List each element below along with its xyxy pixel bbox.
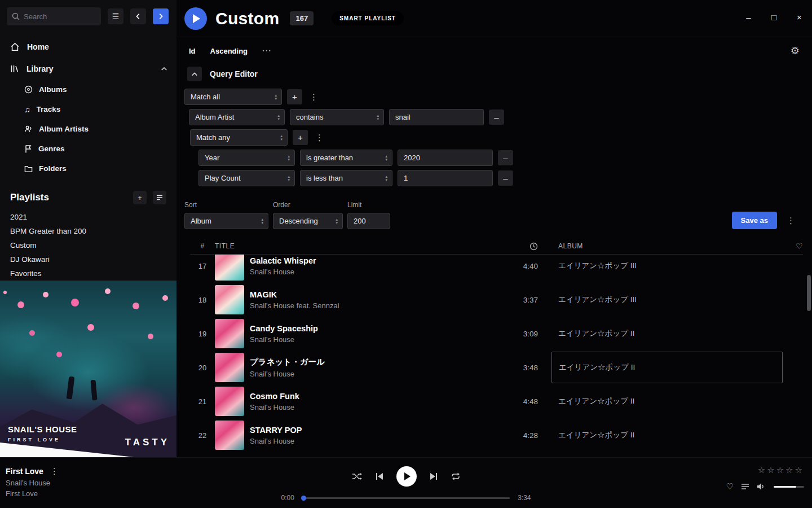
track-menu-button[interactable]: ⋮ (48, 466, 61, 476)
next-track-button[interactable] (430, 472, 438, 480)
rule-value-input[interactable] (398, 170, 493, 186)
group-match-mode-select[interactable]: Match any ▴▾ (190, 129, 288, 146)
rule-operator-select[interactable]: contains ▴▾ (290, 109, 384, 125)
table-row[interactable]: 21 Cosmo Funk Snail's House 4:48 エイリアン☆ポ… (190, 384, 803, 418)
album-art-thumbnail (215, 285, 244, 314)
sort-order-button[interactable]: Ascending (210, 47, 248, 55)
maximize-button[interactable]: □ (761, 0, 787, 34)
remove-rule-button[interactable]: – (489, 110, 504, 125)
column-number[interactable]: # (190, 242, 215, 250)
remove-rule-button[interactable]: – (498, 150, 513, 165)
more-options-button[interactable]: ··· (262, 46, 272, 55)
rule-field-select[interactable]: Album Artist ▴▾ (189, 109, 285, 125)
sidebar-item-folders[interactable]: Folders (0, 159, 176, 178)
repeat-button[interactable] (451, 472, 461, 480)
favorite-button[interactable]: ♡ (726, 481, 734, 492)
save-as-button[interactable]: Save as (732, 212, 777, 229)
sidebar-item-album-artists[interactable]: Album Artists (0, 119, 176, 139)
rule-operator-select[interactable]: is greater than ▴▾ (300, 150, 392, 166)
sort-field-button[interactable]: Id (189, 47, 196, 55)
star-icon[interactable]: ☆ (795, 465, 804, 475)
star-icon[interactable]: ☆ (758, 465, 767, 475)
track-duration: 4:48 (496, 397, 538, 406)
sidebar-item-label: Album Artists (39, 125, 89, 133)
chevron-up-icon[interactable] (161, 66, 167, 72)
sidebar-item-library[interactable]: Library (0, 58, 176, 80)
close-button[interactable]: × (787, 0, 812, 34)
sidebar-item-tracks[interactable]: ♫ Tracks (0, 99, 176, 119)
table-row[interactable]: 18 MAGIK Snail's House feat. Sennzai 3:3… (190, 283, 803, 317)
minimize-button[interactable]: – (736, 0, 761, 34)
column-album[interactable]: ALBUM (551, 242, 783, 250)
track-artist: Snail's House feat. Sennzai (250, 301, 490, 310)
add-playlist-button[interactable]: + (133, 191, 147, 204)
rule-value-input[interactable] (398, 150, 493, 166)
collapse-query-editor-button[interactable] (187, 67, 202, 81)
group-menu-button[interactable]: ⋮ (313, 133, 326, 143)
library-children: Albums ♫ Tracks Album Artists Genres (0, 80, 176, 178)
sidebar-item-albums[interactable]: Albums (0, 80, 176, 99)
nav-back-button[interactable] (130, 8, 146, 24)
rule-value-input[interactable] (389, 109, 484, 125)
track-title: Cosmo Funk (250, 392, 490, 401)
remove-rule-button[interactable]: – (498, 170, 513, 186)
order-select[interactable]: Descending ▴▾ (273, 213, 343, 229)
sort-select[interactable]: Album ▴▾ (184, 213, 268, 229)
track-album[interactable]: エイリアン☆ポップ II (551, 430, 783, 440)
menu-button[interactable]: ☰ (108, 8, 123, 24)
volume-slider[interactable] (774, 486, 804, 488)
play-playlist-button[interactable] (184, 7, 207, 30)
table-row[interactable]: 22 STARRY POP Snail's House 4:28 エイリアン☆ポ… (190, 418, 803, 452)
rule-operator-select[interactable]: is less than ▴▾ (300, 170, 392, 186)
rule-field-select[interactable]: Play Count ▴▾ (198, 170, 295, 186)
playlist-item[interactable]: 2021 (10, 210, 166, 224)
track-album[interactable]: エイリアン☆ポップ II (551, 329, 783, 339)
save-menu-button[interactable]: ⋮ (784, 216, 797, 226)
shuffle-button[interactable] (352, 472, 363, 480)
player-extras: ☆☆☆☆☆ ♡ (726, 465, 804, 492)
table-row[interactable]: 20 プラネット・ガール Snail's House 3:48 エイリアン☆ポッ… (190, 351, 803, 384)
chevron-right-icon (157, 13, 164, 20)
star-icon[interactable]: ☆ (767, 465, 776, 475)
match-mode-select[interactable]: Match all ▴▾ (184, 89, 282, 105)
queue-button[interactable] (741, 483, 749, 490)
playlist-item[interactable]: DJ Okawari (10, 252, 166, 266)
select-arrows-icon: ▴▾ (385, 175, 387, 182)
limit-input[interactable] (347, 213, 390, 229)
favorite-column-icon[interactable]: ♡ (796, 242, 803, 251)
playlist-item[interactable]: Custom (10, 238, 166, 252)
playlist-item[interactable]: Favorites (10, 266, 166, 281)
play-pause-button[interactable] (396, 466, 417, 487)
table-row[interactable]: 17 Galactic Whisper Snail's House 4:40 エ… (190, 255, 803, 283)
playlist-list-button[interactable] (153, 191, 166, 204)
rule-field-select[interactable]: Year ▴▾ (198, 150, 295, 166)
settings-button[interactable]: ⚙ (791, 45, 800, 57)
seek-handle[interactable] (301, 496, 306, 501)
add-rule-button[interactable]: + (293, 130, 308, 145)
select-arrows-icon: ▴▾ (275, 94, 277, 100)
star-icon[interactable]: ☆ (785, 465, 795, 475)
add-rule-button[interactable]: + (287, 89, 302, 104)
search-input[interactable] (24, 12, 96, 21)
track-album[interactable]: エイリアン☆ポップ III (551, 295, 783, 305)
sidebar-item-home[interactable]: Home (0, 36, 176, 58)
volume-icon[interactable] (757, 483, 766, 491)
search-box[interactable] (7, 7, 101, 25)
play-icon (193, 14, 200, 23)
nav-forward-button[interactable] (153, 8, 169, 24)
track-album-focused[interactable]: エイリアン☆ポップ II (551, 352, 783, 383)
rating-stars[interactable]: ☆☆☆☆☆ (758, 465, 804, 475)
group-menu-button[interactable]: ⋮ (307, 92, 320, 102)
seek-bar[interactable] (302, 497, 510, 499)
track-album[interactable]: エイリアン☆ポップ III (551, 261, 783, 271)
now-playing-artwork[interactable]: SNAIL'S HOUSE FIRST LOVE TASTY (0, 281, 176, 457)
sidebar-item-genres[interactable]: Genres (0, 139, 176, 159)
track-album[interactable]: エイリアン☆ポップ II (551, 396, 783, 406)
playlist-item[interactable]: BPM Greater than 200 (10, 224, 166, 238)
duration-column-icon[interactable] (529, 242, 538, 251)
table-row[interactable]: 19 Candy Spaceship Snail's House 3:09 エイ… (190, 317, 803, 351)
scrollbar-thumb[interactable] (807, 275, 811, 311)
previous-track-button[interactable] (376, 472, 383, 480)
star-icon[interactable]: ☆ (776, 465, 785, 475)
column-title[interactable]: TITLE (215, 242, 496, 250)
